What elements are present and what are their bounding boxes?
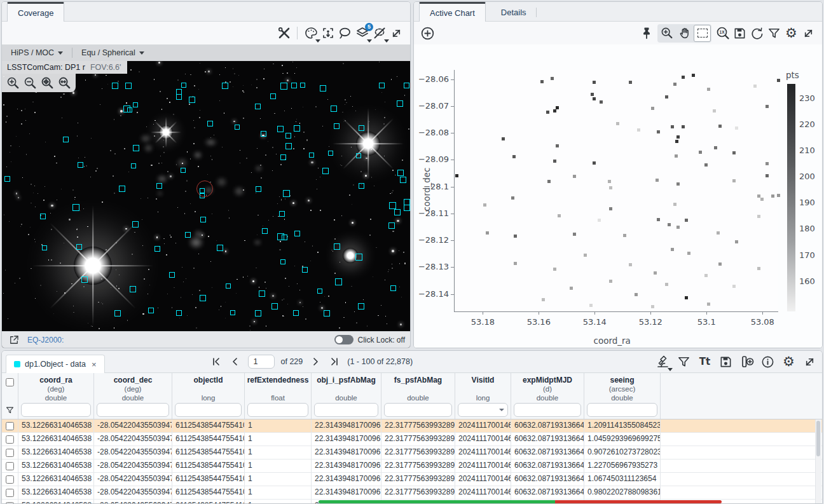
cell-refExtendedness[interactable]: 1: [245, 473, 312, 486]
cell-VisitId[interactable]: 2024111700146: [455, 419, 511, 432]
zoom-fill-button[interactable]: [56, 74, 73, 92]
pin-chart-button[interactable]: [638, 25, 655, 42]
next-page-button[interactable]: [309, 355, 322, 368]
row-checkbox[interactable]: [6, 502, 14, 504]
zoom-fit-button[interactable]: [39, 74, 56, 92]
select-mode-button[interactable]: [694, 25, 711, 42]
cell-VisitId[interactable]: 2024111700146: [455, 473, 511, 486]
scrollbar-thumb[interactable]: [816, 421, 820, 456]
row-checkbox[interactable]: [6, 449, 14, 457]
chevron-down-icon[interactable]: [499, 409, 504, 411]
column-name[interactable]: objectId: [193, 376, 223, 385]
select-region-icon[interactable]: [336, 25, 354, 42]
filter-input-obj_i_psfAbMag[interactable]: [315, 404, 378, 416]
filter-input-seeing[interactable]: [587, 404, 657, 416]
column-name[interactable]: refExtendedness: [247, 376, 309, 385]
close-icon[interactable]: ×: [92, 360, 97, 369]
cell-objectId[interactable]: 611254385447554104: [172, 460, 245, 472]
cell-VisitId[interactable]: 2024111700146: [455, 486, 511, 499]
cell-expMidptMJD[interactable]: 60632.08719313664: [511, 419, 584, 432]
cell-VisitId[interactable]: 2024111700146: [455, 460, 511, 472]
cell-objectId[interactable]: 611254385447554104: [172, 473, 245, 486]
filter-input-fs_psfAbMag[interactable]: [385, 404, 451, 416]
cell-fs_psfAbMag[interactable]: 22.31777563993289: [381, 486, 455, 499]
cell-objectId[interactable]: 611254385447554104: [172, 419, 245, 432]
cell-coord_ra[interactable]: 53.12266314046538: [18, 473, 94, 486]
save-table-button[interactable]: [717, 353, 734, 371]
text-view-button[interactable]: Tt: [696, 353, 713, 371]
cell-refExtendedness[interactable]: 1: [245, 419, 312, 432]
clear-selection-icon[interactable]: [371, 25, 388, 42]
cell-fs_psfAbMag[interactable]: 22.31777563993289: [381, 446, 455, 459]
cell-expMidptMJD[interactable]: 60632.08719313664: [511, 473, 584, 486]
table-row[interactable]: 53.12266314046538-28.0542204355039476112…: [2, 486, 822, 500]
zoom-out-button[interactable]: [22, 74, 39, 92]
cell-fs_psfAbMag[interactable]: 22.31777563993289: [381, 419, 455, 432]
cell-coord_dec[interactable]: -28.054220435503947: [94, 460, 172, 472]
last-page-button[interactable]: [328, 355, 341, 368]
cell-expMidptMJD[interactable]: 60632.08719313664: [511, 446, 584, 459]
cell-coord_ra[interactable]: 53.12266314046538: [18, 486, 94, 499]
column-name[interactable]: obj_i_psfAbMag: [317, 376, 376, 385]
cell-seeing[interactable]: 0.9802202788098361: [584, 486, 661, 499]
table-settings-button[interactable]: ⚙: [780, 353, 797, 371]
filter-input-refExtendedness[interactable]: [248, 404, 308, 416]
tools-icon[interactable]: [275, 25, 292, 42]
cell-coord_ra[interactable]: 53.12266314046538: [18, 433, 94, 446]
table-expand-button[interactable]: [801, 353, 818, 371]
expand-icon[interactable]: [388, 25, 405, 42]
page-number-input[interactable]: [248, 355, 275, 369]
cell-expMidptMJD[interactable]: 60632.08719313664: [511, 433, 584, 446]
cell-coord_dec[interactable]: -28.054220435503947: [94, 446, 172, 459]
cell-objectId[interactable]: 611254385447554104: [172, 500, 245, 503]
cell-objectId[interactable]: 611254385447554104: [172, 433, 245, 446]
table-row[interactable]: 53.12266314046538-28.0542204355039476112…: [2, 460, 822, 473]
cell-coord_dec[interactable]: -28.054220435503947: [94, 473, 172, 486]
filter-input-coord_dec[interactable]: [97, 404, 168, 416]
row-checkbox[interactable]: [6, 475, 14, 484]
cell-seeing[interactable]: 1.227056967935273: [584, 460, 661, 472]
column-name[interactable]: seeing: [610, 376, 634, 385]
cell-coord_dec[interactable]: -28.054220435503947: [94, 500, 172, 503]
zoom-mode-button[interactable]: [658, 25, 675, 42]
cell-objectId[interactable]: 611254385447554104: [172, 446, 245, 459]
table-row[interactable]: 53.12266314046538-28.0542204355039476112…: [2, 446, 822, 460]
cell-coord_ra[interactable]: 53.12266314046538: [18, 500, 94, 503]
table-info-button[interactable]: [759, 353, 776, 371]
cell-obj_i_psfAbMag[interactable]: 22.31439481700967: [312, 486, 381, 499]
save-chart-button[interactable]: [731, 25, 748, 42]
chart-expand-button[interactable]: [800, 25, 817, 42]
inspect-button[interactable]: [654, 353, 671, 371]
tab-coverage[interactable]: Coverage: [7, 2, 64, 22]
table-row[interactable]: 53.12266314046538-28.0542204355039476112…: [2, 419, 822, 433]
recenter-icon[interactable]: [319, 25, 336, 42]
chart-settings-button[interactable]: ⚙: [783, 25, 800, 42]
cell-refExtendedness[interactable]: 1: [245, 486, 312, 499]
cell-expMidptMJD[interactable]: 60632.08719313664: [511, 486, 584, 499]
sky-image-canvas[interactable]: LSSTComCam: DP1 r FOV:6.6': [2, 61, 410, 348]
table-filter-button[interactable]: [675, 353, 692, 371]
cell-seeing[interactable]: 1.067450311123654: [584, 473, 661, 486]
cell-fs_psfAbMag[interactable]: 22.31777563993289: [381, 473, 455, 486]
filter-funnel-icon[interactable]: [5, 405, 15, 415]
cell-fs_psfAbMag[interactable]: 22.31777563993289: [381, 460, 455, 472]
cell-coord_ra[interactable]: 53.12266314046538: [18, 460, 94, 472]
layers-icon[interactable]: 5: [354, 25, 371, 42]
cell-obj_i_psfAbMag[interactable]: 22.31439481700967: [312, 446, 381, 459]
column-name[interactable]: VisitId: [472, 376, 495, 385]
table-row[interactable]: 53.12266314046538-28.0542204355039476112…: [2, 433, 822, 446]
cell-coord_ra[interactable]: 53.12266314046538: [18, 419, 94, 432]
restore-chart-button[interactable]: [748, 25, 766, 42]
cell-VisitId[interactable]: 2024111700146: [455, 433, 511, 446]
prev-page-button[interactable]: [229, 355, 242, 368]
filter-input-objectId[interactable]: [175, 404, 241, 416]
color-palette-icon[interactable]: [302, 25, 319, 42]
select-all-checkbox[interactable]: [6, 378, 14, 386]
cell-obj_i_psfAbMag[interactable]: 22.31439481700967: [312, 460, 381, 472]
cell-VisitId[interactable]: 2024111700146: [455, 446, 511, 459]
row-checkbox[interactable]: [6, 489, 14, 497]
pan-mode-button[interactable]: [676, 25, 693, 42]
cell-objectId[interactable]: 611254385447554104: [172, 486, 245, 499]
click-lock-toggle[interactable]: [334, 335, 354, 344]
cell-obj_i_psfAbMag[interactable]: 22.31439481700967: [312, 419, 381, 432]
